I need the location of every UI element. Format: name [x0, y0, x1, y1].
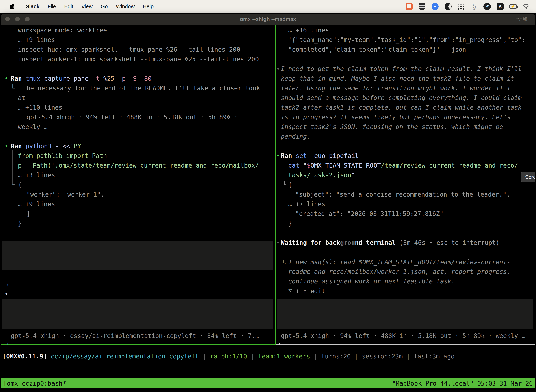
left-prompt-input[interactable]: › Improve documentation in @filename: [2, 299, 273, 329]
omx-status-segment: [OMX#0.11.9]: [2, 353, 47, 360]
text-segment: %: [103, 75, 107, 82]
text-segment: tmux: [25, 75, 44, 82]
text-segment: }: [288, 220, 292, 227]
connector-line: [284, 159, 284, 184]
omx-status-segment: session:23m: [362, 353, 403, 360]
blank-line: [276, 248, 535, 257]
terminal-line: inspect_worker-1: omx sparkshell --tmux-…: [1, 54, 275, 64]
omx-status-line: [OMX#0.11.9] cczip/essay/ai-reimplementa…: [2, 352, 455, 361]
terminal-line: •Waiting for background terminal (3m 46s…: [276, 238, 535, 248]
window-title-bar[interactable]: omx --xhigh --madmax ⌥⌘1: [1, 14, 535, 25]
right-scrollback: … +16 lines'{"team_name":"my-team","task…: [276, 25, 535, 296]
text-segment: later. Using the same for transition mig…: [281, 85, 511, 92]
window-bottom-strip: [1, 388, 535, 392]
screen-recording-icon[interactable]: [405, 3, 413, 10]
text-segment: Ran: [11, 143, 25, 150]
window-title: omx --xhigh --madmax: [1, 16, 535, 22]
terminal-line: … +9 lines: [1, 35, 275, 45]
omx-status-segment: ralph:1/10: [210, 353, 247, 360]
terminal-line: … +110 lines: [1, 103, 275, 112]
text-segment: should send a message before completing …: [281, 94, 522, 101]
text-segment: nd terminal: [355, 239, 399, 246]
text-segment: be necessary for the end of the README. …: [27, 85, 260, 92]
menu-item-window[interactable]: Window: [112, 4, 139, 9]
text-segment: "subject": "send a concise recommendatio…: [295, 191, 510, 198]
menu-item-go[interactable]: Go: [97, 4, 112, 9]
right-pane[interactable]: … +16 lines'{"team_name":"my-team","task…: [276, 25, 535, 344]
text-segment: 25: [107, 75, 118, 82]
terminal-line: pending.: [276, 132, 535, 141]
text-segment: cat: [288, 162, 303, 169]
tmux-host-clock: "MacBook-Pro-44.local" 05:03 31-Mar-26: [392, 378, 533, 388]
omx-status-segment: |: [199, 353, 210, 360]
text-segment: inspect_hud: omx sparkshell --tmux-pane …: [18, 46, 240, 53]
text-segment: Ran: [281, 152, 296, 159]
bullet-icon: •: [5, 141, 8, 151]
terminal-line: is in progress? It seems likely but perh…: [276, 112, 535, 122]
text-segment: ": [303, 162, 307, 169]
keypad-shield-icon[interactable]: [418, 3, 426, 10]
right-prompt-input[interactable]: › Explain this codebase: [277, 299, 533, 329]
text-segment: ⌥ + ↑ edit: [288, 288, 325, 294]
text-segment: 1 new msg(s): read $OMX_TEAM_STATE_ROOT/…: [288, 258, 511, 266]
terminal-line: "created_at": "2026-03-31T11:59:27.816Z": [276, 209, 535, 219]
text-segment: pending.: [281, 133, 311, 140]
branch-marker-icon: └: [11, 180, 14, 190]
text-segment: -: [55, 143, 62, 150]
menu-item-view[interactable]: View: [77, 4, 96, 9]
terminal-line: later. Using the same for transition mig…: [276, 84, 535, 93]
text-segment: -p: [118, 75, 129, 82]
text-segment: ]: [27, 210, 30, 217]
omx-status-area: [OMX#0.11.9] cczip/essay/ai-reimplementa…: [1, 345, 535, 378]
text-segment: keep that in mind. Maybe I also need the…: [281, 75, 514, 82]
text-segment: … +9 lines: [18, 201, 55, 208]
branch-marker-icon: └: [282, 180, 286, 190]
blank-line: [276, 141, 535, 151]
text-segment: "created_at": "2026-03-31T11:59:27.816Z": [295, 210, 444, 217]
squiggle-icon[interactable]: §: [470, 3, 478, 10]
battery-charging-icon[interactable]: ⚡: [509, 3, 517, 10]
terminal-line: keep that in mind. Maybe I also need the…: [276, 74, 535, 84]
left-model-status-line: gpt-5.4 xhigh · essay/ai-reimplementatio…: [11, 331, 259, 341]
screen-tooltip: Scre: [521, 172, 535, 182]
terminal-line: … +16 lines: [276, 25, 535, 35]
terminal-line: "subject": "send a concise recommendatio…: [276, 190, 535, 199]
input-source-icon[interactable]: A: [496, 3, 504, 10]
menu-item-help[interactable]: Help: [139, 4, 158, 9]
terminal-line: tasks/task-2.json": [276, 170, 535, 180]
omx-status-segment: turns:20: [321, 353, 351, 360]
terminal-line: gpt-5.4 xhigh · 94% left · 488K in · 5.1…: [1, 112, 275, 122]
menu-item-edit[interactable]: Edit: [60, 4, 77, 9]
text-segment: /team/review-current-readme-and-reco/: [381, 162, 518, 169]
left-pane[interactable]: workspace_mode: worktree… +9 linesinspec…: [1, 25, 275, 344]
apple-logo-icon[interactable]: [10, 4, 14, 9]
text-segment: grou: [340, 239, 355, 246]
blank-line: [276, 228, 535, 238]
menu-item-file[interactable]: File: [43, 4, 60, 9]
blue-bolt-app-icon[interactable]: [431, 3, 439, 10]
terminal-line: cat "$OMX_TEAM_STATE_ROOT/team/review-cu…: [276, 161, 535, 170]
text-segment: OMX_TEAM_STATE_ROOT: [310, 162, 381, 169]
dots-grid-icon[interactable]: [457, 3, 465, 10]
crescent-app-icon[interactable]: [444, 3, 452, 10]
terminal-line: •Ran python3 - <<'PY': [1, 141, 275, 151]
omx-status-segment: [47, 353, 51, 360]
terminal-line: … +9 lines: [1, 199, 275, 209]
wifi-icon[interactable]: [522, 3, 530, 10]
text-segment: -t: [92, 75, 103, 82]
menu-item-slack[interactable]: Slack: [22, 4, 43, 9]
macos-menu-bar: SlackFileEditViewGoWindowHelp § ..61 A ⚡: [0, 0, 536, 13]
battery-percent-badge-icon[interactable]: ..61: [483, 3, 491, 10]
text-segment: {: [288, 181, 292, 188]
terminal-line: •Ran tmux capture-pane -t %25 -p -S -80: [1, 74, 275, 84]
terminal-line: at: [1, 93, 275, 103]
terminal-line: inspect_hud: omx sparkshell --tmux-pane …: [1, 45, 275, 54]
terminal-line: continue assigned work or next feasible …: [276, 277, 535, 286]
blank-line: [1, 64, 275, 74]
terminal-line: •I need to get the claim token from the …: [276, 64, 535, 74]
terminal-line: └be necessary for the end of the README.…: [1, 84, 275, 93]
ralph-notice-box: › Ralph loop active continue [OMX_TMUX_I…: [2, 241, 273, 270]
omx-status-segment: cczip/essay/ai-reimplementation-copyleft: [51, 353, 199, 360]
branch-marker-icon: ↳: [282, 257, 286, 267]
terminal-line: •Ran set -euo pipefail: [276, 151, 535, 161]
